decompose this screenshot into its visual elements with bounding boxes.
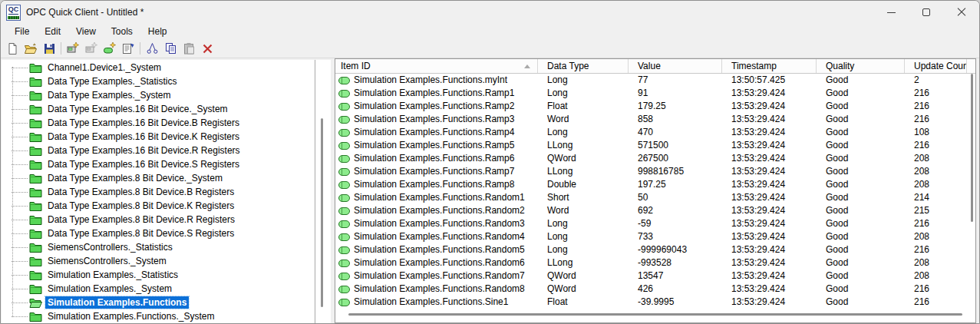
tree-branch-connector bbox=[12, 316, 28, 317]
new-item-button[interactable] bbox=[101, 40, 119, 57]
folder-closed-icon bbox=[29, 187, 42, 197]
opc-item-tag-icon bbox=[338, 168, 350, 176]
delete-button[interactable] bbox=[198, 40, 216, 57]
table-row[interactable]: Simulation Examples.Functions.Ramp5 LLon… bbox=[335, 139, 975, 152]
table-row[interactable]: Simulation Examples.Functions.Ramp8 Doub… bbox=[335, 178, 975, 191]
tree-branch-connector bbox=[12, 109, 28, 110]
cell-update-count: 208 bbox=[905, 230, 967, 243]
maximize-button[interactable] bbox=[909, 1, 944, 24]
table-row[interactable]: Simulation Examples.Functions.myInt Long… bbox=[335, 74, 975, 87]
tree-item[interactable]: Simulation Examples._Statistics bbox=[2, 268, 315, 282]
menu-view[interactable]: View bbox=[68, 24, 104, 39]
column-header-update-count[interactable]: Update Count bbox=[905, 59, 967, 73]
opc-item-tag-icon bbox=[338, 233, 350, 241]
cell-quality: Good bbox=[817, 74, 905, 87]
list-horizontal-scrollbar[interactable] bbox=[348, 313, 962, 316]
tree-item[interactable]: Data Type Examples.8 Bit Device._System bbox=[2, 171, 315, 185]
tree-item[interactable]: Data Type Examples.16 Bit Device.B Regis… bbox=[2, 116, 315, 130]
tree-item[interactable]: SiemensControllers._System bbox=[2, 254, 315, 268]
column-header-item-id[interactable]: Item ID bbox=[335, 59, 538, 73]
tree-item[interactable]: Data Type Examples._Statistics bbox=[2, 74, 315, 88]
cut-button[interactable] bbox=[143, 40, 161, 57]
item-id-text: Simulation Examples.Functions.Ramp7 bbox=[354, 165, 514, 178]
column-header-quality[interactable]: Quality bbox=[817, 59, 905, 73]
table-row[interactable]: Simulation Examples.Functions.Random7 QW… bbox=[335, 269, 975, 283]
cell-update-count: 215 bbox=[905, 204, 967, 217]
item-list-panel: Item ID Data Type Value Timestamp Qualit… bbox=[335, 58, 976, 323]
list-vertical-scrollbar[interactable] bbox=[971, 74, 973, 222]
cell-timestamp: 13:53:29.424 bbox=[722, 87, 817, 100]
table-row[interactable]: Simulation Examples.Functions.Random1 Sh… bbox=[335, 191, 975, 204]
tree-item[interactable]: Channel1.Device1._System bbox=[2, 61, 315, 74]
table-row[interactable]: Simulation Examples.Functions.Ramp3 Word… bbox=[335, 113, 975, 126]
cell-timestamp: 13:53:29.424 bbox=[722, 230, 817, 243]
cell-timestamp: 13:53:29.424 bbox=[722, 100, 817, 113]
cell-data-type: Float bbox=[538, 296, 629, 309]
table-row[interactable]: Simulation Examples.Functions.Random8 QW… bbox=[335, 283, 975, 296]
cell-data-type: Long bbox=[538, 230, 629, 243]
table-row[interactable]: Simulation Examples.Functions.Ramp2 Floa… bbox=[335, 100, 975, 113]
column-header-data-type[interactable]: Data Type bbox=[538, 59, 629, 73]
opc-item-tag-icon bbox=[338, 273, 350, 280]
cell-timestamp: 13:53:29.424 bbox=[722, 296, 817, 309]
column-header-timestamp[interactable]: Timestamp bbox=[722, 59, 817, 73]
column-header-filler bbox=[967, 59, 976, 73]
table-row[interactable]: Simulation Examples.Functions.Ramp6 QWor… bbox=[335, 152, 975, 165]
tree-item[interactable]: Data Type Examples.8 Bit Device.S Regist… bbox=[2, 226, 315, 240]
menu-edit[interactable]: Edit bbox=[37, 24, 68, 39]
tree-item-label: Data Type Examples.8 Bit Device.R Regist… bbox=[45, 213, 237, 226]
close-icon bbox=[957, 8, 966, 17]
tree-item[interactable]: Data Type Examples.16 Bit Device.R Regis… bbox=[2, 144, 315, 157]
table-row[interactable]: Simulation Examples.Functions.Random4 Lo… bbox=[335, 230, 975, 243]
new-server-connection-button[interactable] bbox=[64, 40, 82, 57]
properties-button[interactable] bbox=[119, 40, 137, 57]
menu-bar: File Edit View Tools Help bbox=[1, 24, 979, 39]
table-row[interactable]: Simulation Examples.Functions.Sine1 Floa… bbox=[335, 296, 975, 309]
cell-timestamp: 13:53:29.424 bbox=[722, 113, 817, 126]
table-row[interactable]: Simulation Examples.Functions.Random3 Lo… bbox=[335, 217, 975, 230]
folder-closed-icon bbox=[29, 283, 42, 294]
main-area: Channel1.Device1._System Data Type Examp… bbox=[1, 58, 979, 323]
tree-item-label: Data Type Examples.16 Bit Device.B Regis… bbox=[45, 117, 242, 129]
tree-item[interactable]: Data Type Examples._System bbox=[2, 88, 315, 102]
new-file-button[interactable] bbox=[3, 40, 21, 57]
cell-update-count: 216 bbox=[905, 100, 967, 113]
cell-item-id: Simulation Examples.Functions.Random6 bbox=[335, 256, 538, 269]
save-file-button[interactable] bbox=[40, 40, 58, 57]
cell-timestamp: 13:53:29.424 bbox=[722, 256, 817, 269]
menu-tools[interactable]: Tools bbox=[104, 24, 140, 39]
opc-item-tag-icon bbox=[338, 90, 350, 98]
tree-item-label: Simulation Examples.Functions._System bbox=[45, 310, 216, 322]
tree-item[interactable]: Data Type Examples.16 Bit Device._System bbox=[2, 102, 315, 116]
menu-file[interactable]: File bbox=[7, 24, 37, 39]
close-button[interactable] bbox=[944, 1, 979, 24]
minimize-button[interactable] bbox=[873, 1, 909, 24]
tree-item[interactable]: SiemensControllers._Statistics bbox=[2, 240, 315, 254]
column-header-value[interactable]: Value bbox=[629, 59, 722, 73]
cell-timestamp: 13:53:29.424 bbox=[722, 139, 817, 152]
table-row[interactable]: Simulation Examples.Functions.Ramp7 LLon… bbox=[335, 165, 975, 178]
cell-timestamp: 13:53:29.424 bbox=[722, 191, 817, 204]
tree-vertical-scrollbar[interactable] bbox=[321, 118, 323, 307]
tree-item[interactable]: Simulation Examples._System bbox=[2, 282, 315, 296]
tree-item[interactable]: Data Type Examples.8 Bit Device.K Regist… bbox=[2, 199, 315, 213]
cell-update-count: 216 bbox=[905, 113, 967, 126]
tree-item[interactable]: Data Type Examples.16 Bit Device.S Regis… bbox=[2, 157, 315, 171]
table-row[interactable]: Simulation Examples.Functions.Ramp4 Long… bbox=[335, 126, 975, 139]
copy-button[interactable] bbox=[161, 40, 180, 57]
tree-item[interactable]: Simulation Examples.Functions bbox=[2, 296, 315, 309]
open-file-button[interactable] bbox=[21, 40, 40, 57]
table-row[interactable]: Simulation Examples.Functions.Random6 LL… bbox=[335, 256, 975, 269]
tree-item[interactable]: Simulation Examples.Functions._System bbox=[2, 309, 315, 323]
table-row[interactable]: Simulation Examples.Functions.Random2 Wo… bbox=[335, 204, 975, 217]
list-header: Item ID Data Type Value Timestamp Qualit… bbox=[335, 59, 975, 74]
tree-item[interactable]: Data Type Examples.16 Bit Device.K Regis… bbox=[2, 130, 315, 144]
table-row[interactable]: Simulation Examples.Functions.Ramp1 Long… bbox=[335, 87, 975, 100]
menu-help[interactable]: Help bbox=[140, 24, 175, 39]
folder-closed-icon bbox=[29, 173, 42, 183]
cell-update-count: 216 bbox=[905, 296, 967, 309]
tree-item[interactable]: Data Type Examples.8 Bit Device.R Regist… bbox=[2, 213, 315, 226]
opc-item-tag-icon bbox=[338, 299, 350, 306]
tree-item[interactable]: Data Type Examples.8 Bit Device.B Regist… bbox=[2, 185, 315, 199]
table-row[interactable]: Simulation Examples.Functions.Random5 Lo… bbox=[335, 243, 975, 256]
